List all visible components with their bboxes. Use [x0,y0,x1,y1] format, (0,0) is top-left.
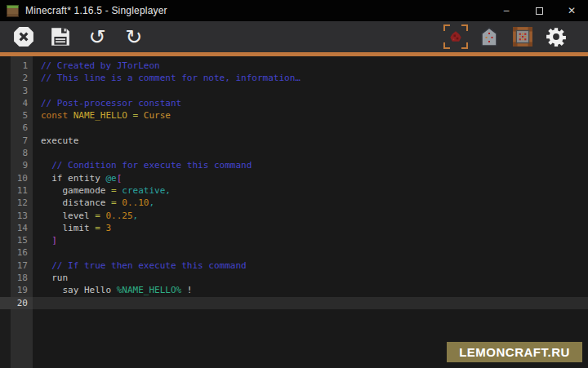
code-line[interactable]: // If true then execute this command [33,259,588,272]
code-token: = [105,185,122,196]
settings-button[interactable] [544,24,568,49]
code-column[interactable]: // Created by JTorLeon// This line is a … [33,56,588,368]
code-token: run [41,273,68,283]
code-line[interactable]: limit = 3 [33,222,588,234]
code-token: %NAME_HELLO% [117,285,181,295]
selection-bracket-icon [443,42,450,49]
watermark-badge: LEMONCRAFT.RU [447,342,582,362]
code-token: ] [51,235,57,246]
code-token: , [149,197,154,208]
gear-icon [546,26,567,47]
line-number: 13 [0,210,33,222]
line-number: 2 [0,72,33,84]
code-line[interactable]: distance = 0..10, [33,197,588,209]
line-number: 18 [0,272,33,284]
floppy-disk-icon [50,26,71,47]
window-title: Minecraft* 1.16.5 - Singleplayer [25,5,490,16]
code-line[interactable]: // Created by JTorLeon [33,60,588,72]
close-button[interactable]: ✕ [555,0,588,21]
line-number: 3 [0,85,33,97]
shield-icon [479,27,499,47]
undo-arrow-icon: ↺ [89,27,106,47]
line-number: 16 [0,246,33,259]
line-number: 1 [0,60,33,72]
gutter-column: 1234567891011121314151617181920 [0,56,33,368]
code-token: ! [181,285,192,295]
code-line[interactable] [33,147,588,159]
code-line[interactable]: ] [33,234,588,246]
code-line[interactable]: if entity @e[ [33,172,588,184]
code-token: = [105,197,122,208]
code-token: 3 [105,223,111,233]
code-token: const [41,110,74,121]
cancel-button[interactable] [11,24,36,49]
code-line[interactable] [33,246,588,259]
code-token: // Created by JTorLeon [41,60,160,71]
minimize-button[interactable]: – [490,0,523,21]
watermark-label: LEMONCRAFT.RU [459,345,570,359]
code-token: // If true then execute this command [51,260,246,271]
code-line[interactable] [33,85,588,97]
code-line[interactable]: level = 0..25, [33,210,588,222]
selection-bracket-icon [443,24,450,31]
code-token: , [133,211,139,221]
titlebar: Minecraft* 1.16.5 - Singleplayer – ✕ [0,0,588,21]
code-line[interactable]: say Hello %NAME_HELLO% ! [33,284,588,296]
toolbar-left: ↺ ↻ [0,24,146,49]
line-number: 6 [0,122,33,134]
octagon-x-icon [13,26,34,47]
redo-button[interactable]: ↻ [122,24,146,49]
toolbar-right [443,24,588,49]
selection-bracket-icon [461,24,468,31]
code-line[interactable] [33,297,588,309]
shield-tool-button[interactable] [477,24,501,49]
line-number: 7 [0,135,33,147]
block-tool-button[interactable] [510,24,535,49]
redstone-script-button[interactable] [443,24,468,49]
code-line[interactable]: execute [33,135,588,147]
code-token: = [90,211,106,221]
code-token: distance [41,197,105,208]
code-line[interactable]: gamemode = creative, [33,184,588,197]
toolbar: ↺ ↻ [0,21,588,52]
code-line[interactable]: run [33,272,588,284]
code-token: if entity [41,173,105,184]
code-token: // Condition for execute this command [51,160,252,171]
app-window: Minecraft* 1.16.5 - Singleplayer – ✕ [0,0,588,368]
code-token: 0..10 [122,197,149,208]
crafting-block-icon [512,26,533,47]
line-number: 17 [0,259,33,272]
code-line[interactable] [33,122,588,134]
code-token: 0..25 [105,211,132,221]
line-number: 8 [0,147,33,159]
code-token: say Hello [41,285,117,295]
maximize-button[interactable] [523,0,555,21]
code-token: @e [105,173,116,184]
line-number: 11 [0,184,33,197]
code-token [41,235,51,246]
code-line[interactable]: const NAME_HELLO = Curse [33,109,588,122]
code-token: // Post-processor constant [41,98,181,109]
grass-block-icon [7,5,19,17]
line-number: 10 [0,172,33,184]
code-line[interactable]: // Post-processor constant [33,97,588,109]
code-token: [ [117,173,122,184]
line-number: 20 [0,297,33,309]
line-number: 14 [0,222,33,234]
code-token: = [90,223,106,233]
selection-bracket-icon [461,42,468,49]
line-number: 12 [0,197,33,209]
save-button[interactable] [48,24,73,49]
script-editor: 1234567891011121314151617181920 // Creat… [0,56,588,368]
code-line[interactable]: // Condition for execute this command [33,159,588,171]
code-token: = [127,110,144,121]
redo-arrow-icon: ↻ [126,27,143,47]
code-token: limit [41,223,90,233]
code-line[interactable]: // This line is a comment for note, info… [33,72,588,84]
line-number: 4 [0,97,33,109]
code-token: level [41,211,90,221]
minimize-icon: – [504,5,510,16]
code-token: creative, [122,185,171,196]
undo-button[interactable]: ↺ [85,24,109,49]
window-controls: – ✕ [490,0,588,21]
